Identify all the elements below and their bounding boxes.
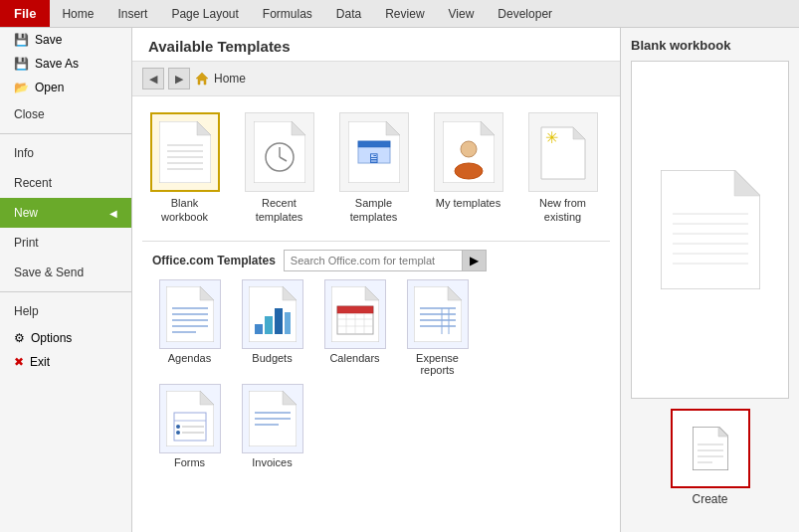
sidebar-item-recent[interactable]: Recent [0, 168, 131, 198]
officeonline-header: Office.com Templates ▶ [152, 250, 600, 271]
my-templates-icon-box [434, 112, 503, 192]
svg-marker-13 [386, 121, 400, 135]
templates-area: Blank workbook Recent templates [132, 96, 620, 532]
sidebar-item-open[interactable]: 📂 Open [0, 76, 131, 99]
sidebar: 💾 Save 💾 Save As 📂 Open Close Info Recen… [0, 28, 132, 532]
sidebar-item-exit[interactable]: ✖ Exit [0, 350, 131, 374]
ribbon-tab-home[interactable]: Home [50, 0, 105, 27]
sidebar-new-label: New [14, 206, 38, 220]
sidebar-exit-label: Exit [30, 355, 50, 369]
template-blank-workbook[interactable]: Blank workbook [142, 106, 227, 231]
svg-marker-22 [573, 127, 585, 139]
svg-marker-32 [283, 286, 297, 300]
my-templates-label: My templates [436, 196, 500, 210]
templates-grid: Blank workbook Recent templates [142, 106, 610, 242]
expense-svg [414, 286, 462, 342]
ribbon-tab-page-layout[interactable]: Page Layout [159, 0, 250, 27]
template-existing[interactable]: ✳ New from existing [520, 106, 605, 231]
sidebar-item-new[interactable]: New ◀ [0, 198, 131, 228]
svg-rect-33 [255, 324, 263, 334]
online-template-forms[interactable]: Forms [152, 384, 227, 468]
ribbon-tab-view[interactable]: View [437, 0, 487, 27]
sidebar-item-save-as[interactable]: 💾 Save As [0, 52, 131, 76]
right-panel: Blank workbook [620, 28, 799, 532]
sidebar-item-print[interactable]: Print [0, 228, 131, 258]
ribbon-tab-formulas[interactable]: Formulas [251, 0, 324, 27]
online-template-budgets[interactable]: Budgets [235, 279, 309, 376]
svg-marker-38 [365, 286, 379, 300]
back-button[interactable]: ◀ [142, 68, 164, 89]
sidebar-divider-1 [0, 133, 131, 134]
preview-svg [661, 170, 760, 289]
sidebar-item-options[interactable]: ⚙ Options [0, 326, 131, 350]
sidebar-item-save-send[interactable]: Save & Send [0, 258, 131, 287]
blank-workbook-label: Blank workbook [148, 196, 221, 225]
svg-marker-1 [197, 121, 211, 135]
options-icon: ⚙ [14, 331, 25, 345]
ribbon-tab-insert[interactable]: Insert [105, 0, 159, 27]
forms-svg [166, 391, 214, 446]
sample-templates-icon-box: 🖥 [339, 112, 409, 192]
forms-label: Forms [174, 456, 205, 468]
svg-marker-25 [200, 286, 214, 300]
budgets-svg [249, 286, 297, 342]
new-from-existing-icon-box: ✳ [528, 112, 598, 192]
agendas-svg [166, 286, 214, 342]
sidebar-item-close[interactable]: Close [0, 99, 131, 129]
agendas-label: Agendas [168, 352, 211, 364]
ribbon-tab-developer[interactable]: Developer [486, 0, 564, 27]
save-as-icon: 💾 [14, 57, 29, 71]
officeonline-title: Office.com Templates [152, 254, 276, 267]
sidebar-divider-2 [0, 291, 131, 292]
search-button[interactable]: ▶ [463, 250, 487, 271]
forward-button[interactable]: ▶ [168, 68, 190, 89]
template-my[interactable]: My templates [426, 106, 510, 231]
svg-rect-40 [337, 306, 373, 313]
recent-templates-icon-box [245, 112, 314, 192]
new-from-existing-svg: ✳ [537, 121, 589, 183]
exit-icon: ✖ [14, 355, 24, 369]
ribbon-tab-review[interactable]: Review [373, 0, 436, 27]
save-icon: 💾 [14, 33, 29, 47]
online-template-expense[interactable]: Expense reports [400, 279, 475, 376]
online-template-agendas[interactable]: Agendas [152, 279, 227, 376]
svg-rect-15 [358, 141, 390, 147]
home-nav[interactable]: Home [194, 71, 246, 87]
svg-point-20 [455, 163, 483, 179]
sidebar-save-label: Save [35, 33, 62, 47]
svg-marker-76 [718, 427, 728, 437]
my-templates-svg [443, 121, 495, 183]
invoices-svg [249, 391, 297, 446]
sidebar-item-save[interactable]: 💾 Save [0, 28, 131, 52]
preview-box [631, 61, 789, 399]
search-input[interactable] [284, 250, 463, 271]
recent-templates-svg [254, 121, 305, 183]
invoices-label: Invoices [252, 456, 292, 468]
online-templates-grid: Agendas [152, 279, 600, 376]
ribbon-tab-data[interactable]: Data [324, 0, 373, 27]
blank-workbook-svg [159, 121, 211, 183]
online-template-invoices[interactable]: Invoices [235, 384, 309, 468]
online-template-calendars[interactable]: Calendars [317, 279, 392, 376]
create-btn-icon [693, 427, 728, 470]
svg-marker-8 [292, 121, 305, 135]
svg-marker-55 [200, 391, 214, 405]
new-from-existing-label: New from existing [526, 196, 599, 225]
svg-marker-63 [283, 391, 297, 405]
svg-marker-47 [448, 286, 462, 300]
blank-workbook-icon-box [150, 112, 220, 192]
template-sample[interactable]: 🖥 Sample templates [331, 106, 416, 231]
create-button[interactable] [671, 409, 750, 488]
sidebar-item-info[interactable]: Info [0, 138, 131, 168]
svg-text:🖥: 🖥 [367, 150, 381, 166]
file-tab[interactable]: File [0, 0, 50, 27]
sidebar-item-help[interactable]: Help [0, 296, 131, 326]
center-panel: Available Templates ◀ ▶ Home [132, 28, 620, 532]
search-box: ▶ [284, 250, 487, 271]
sidebar-options-label: Options [31, 331, 72, 345]
home-icon [194, 71, 210, 87]
sidebar-arrow-icon: ◀ [109, 208, 117, 219]
agendas-icon-box [159, 279, 221, 349]
svg-marker-68 [734, 170, 760, 196]
template-recent[interactable]: Recent templates [237, 106, 321, 231]
